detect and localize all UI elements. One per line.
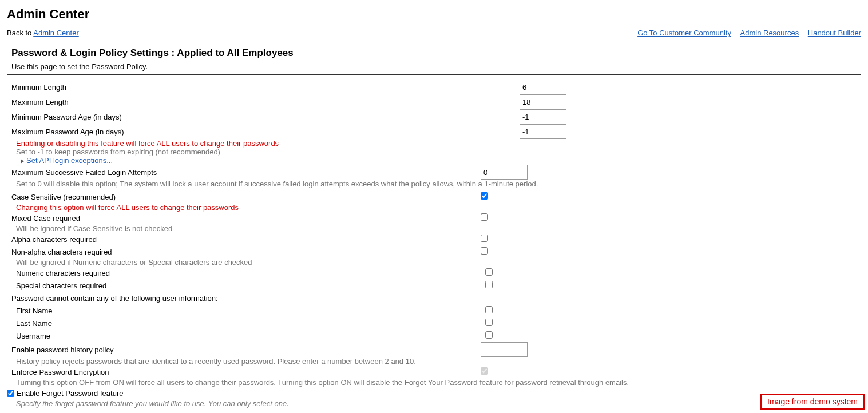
alpha-label: Alpha characters required (11, 235, 481, 244)
demo-watermark: Image from demo system (760, 394, 865, 410)
fail-attempts-note: Set to 0 will disable this option; The s… (16, 180, 861, 188)
page-title: Admin Center (7, 7, 861, 22)
first-name-checkbox[interactable] (485, 306, 493, 313)
encryption-note: Turning this option OFF from ON will for… (16, 378, 861, 387)
numeric-checkbox[interactable] (485, 268, 493, 276)
forget-password-label: Enable Forget Password feature (17, 389, 123, 398)
mixed-case-note: Will be ignored if Case Sensitive is not… (16, 224, 861, 233)
fail-attempts-input[interactable] (481, 165, 528, 180)
api-login-exceptions-link[interactable]: Set API login exceptions... (26, 156, 113, 165)
case-sensitive-warning: Changing this option will force ALL user… (16, 203, 861, 212)
case-sensitive-label: Case Sensitive (recommended) (11, 193, 481, 201)
max-length-input[interactable] (520, 94, 566, 109)
forget-password-note: Specify the forget password feature you … (16, 399, 861, 408)
numeric-label: Numeric characters required (16, 269, 485, 277)
max-age-input[interactable] (520, 124, 566, 139)
min-age-input[interactable] (520, 109, 566, 124)
alpha-checkbox[interactable] (481, 235, 488, 242)
breadcrumb: Back to Admin Center (7, 29, 79, 37)
special-label: Special characters required (16, 281, 485, 290)
last-name-checkbox[interactable] (485, 319, 493, 326)
forget-password-checkbox[interactable] (7, 390, 14, 397)
special-checkbox[interactable] (485, 281, 493, 288)
mixed-case-label: Mixed Case required (11, 214, 481, 223)
fail-attempts-label: Maximum Successive Failed Login Attempts (11, 168, 481, 177)
first-name-label: First Name (16, 307, 485, 315)
max-length-label: Maximum Length (11, 98, 520, 106)
section-desc: Use this page to set the Password Policy… (11, 62, 861, 71)
history-input[interactable] (481, 342, 528, 357)
chevron-right-icon[interactable] (21, 159, 24, 164)
encryption-label: Enforce Password Encryption (11, 368, 481, 376)
username-label: Username (16, 332, 485, 340)
min-length-label: Minimum Length (11, 83, 520, 92)
top-links: Go To Customer Community Admin Resources… (631, 29, 861, 37)
min-age-label: Minimum Password Age (in days) (11, 113, 520, 121)
max-age-label: Maximum Password Age (in days) (11, 128, 520, 136)
non-alpha-label: Non-alpha characters required (11, 248, 481, 256)
non-alpha-note: Will be ignored if Numeric characters or… (16, 258, 861, 267)
min-length-input[interactable] (520, 80, 566, 94)
no-userinfo-label: Password cannot contain any of the follo… (11, 294, 481, 303)
last-name-label: Last Name (16, 319, 485, 328)
breadcrumb-link[interactable]: Admin Center (33, 29, 78, 37)
link-admin-resources[interactable]: Admin Resources (740, 29, 799, 37)
link-customer-community[interactable]: Go To Customer Community (637, 29, 731, 37)
divider (7, 74, 861, 75)
breadcrumb-prefix: Back to (7, 29, 33, 37)
max-age-warning: Enabling or disabling this feature will … (16, 139, 861, 148)
history-note: History policy rejects passwords that ar… (16, 357, 861, 366)
case-sensitive-checkbox[interactable] (481, 192, 488, 200)
mixed-case-checkbox[interactable] (481, 213, 488, 221)
username-checkbox[interactable] (485, 331, 493, 339)
non-alpha-checkbox[interactable] (481, 247, 488, 255)
history-label: Enable password history policy (11, 346, 481, 354)
link-handout-builder[interactable]: Handout Builder (808, 29, 861, 37)
max-age-note: Set to -1 to keep passwords from expirin… (16, 148, 861, 156)
section-title: Password & Login Policy Settings : Appli… (11, 47, 861, 59)
encryption-checkbox (481, 367, 488, 375)
